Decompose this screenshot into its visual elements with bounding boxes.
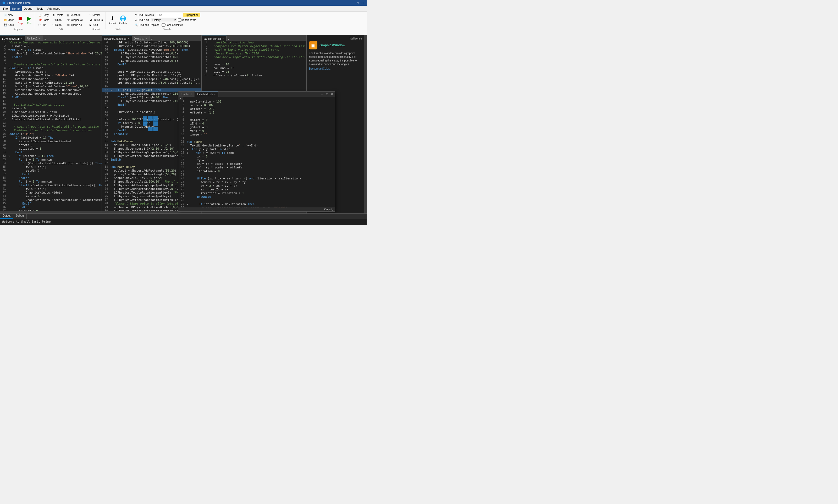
floating-titlebar[interactable]: Untitled1 IncludeMB.sb ✕ ─ □ ✕	[178, 92, 335, 97]
find-section: ⬆ Find Previous Highlight All ⬇ Find Nex…	[132, 12, 202, 28]
tab-joints-close[interactable]: ✕	[146, 37, 148, 40]
editor-content-1[interactable]: 1'Create the main window with buttons to…	[0, 41, 102, 211]
program-label: Program	[3, 28, 33, 31]
ribbon-group-format: ¶ Format ◀ Previous ▶ Next Format	[87, 12, 106, 29]
open-button[interactable]: 📂 Open	[3, 18, 15, 22]
tab-bar-2-arrow[interactable]: ▼	[150, 38, 154, 41]
copy-button[interactable]: 📋 Copy	[37, 13, 51, 17]
floating-tab-untitled1[interactable]: Untitled1	[179, 92, 194, 97]
intellisense-title: GraphicsWindow	[320, 43, 345, 47]
drag-cell-4	[143, 121, 148, 126]
tab-carlane[interactable]: carLaneChange.sb ✕	[102, 36, 132, 41]
drag-cell-8	[148, 127, 153, 131]
format-buttons: ¶ Format ◀ Previous ▶ Next	[88, 12, 104, 28]
tab-bar-1: LDWindows.sb ✕ Untitled2 ✕ ▼	[0, 35, 102, 41]
delete-icon: 🗑	[52, 14, 55, 17]
tab-parallelsort[interactable]: parallel-sort.sb ✕	[202, 36, 226, 41]
floating-editor-content[interactable]: 1 maxIteration = 100 2 scale = 0.006 3 o…	[178, 100, 335, 209]
run-button[interactable]: ▶ Run	[25, 13, 33, 27]
tab-bar-1-arrow[interactable]: ▼	[43, 38, 47, 41]
close-button[interactable]: ✕	[360, 1, 364, 5]
floating-minimize[interactable]: ─	[320, 92, 324, 96]
find-next-button[interactable]: ⬇ Find Next	[134, 18, 150, 22]
tab-untitled2-label: Untitled2	[27, 37, 37, 40]
format-icon: ¶	[89, 14, 91, 17]
intellisense-more-link[interactable]: BackgroundColor...	[309, 67, 362, 70]
history-dropdown[interactable]: History	[151, 18, 177, 22]
ribbon-content: 📄 New 📂 Open 💾 Save ⏹ Stop	[0, 12, 366, 29]
ribbon-group-search: ⬆ Find Previous Highlight All ⬇ Find Nex…	[131, 12, 203, 29]
output-tab-debug[interactable]: Debug	[13, 214, 27, 219]
floating-tab-arrow[interactable]: ▼	[178, 97, 183, 100]
menu-debug[interactable]: Debug	[22, 6, 34, 11]
publish-button[interactable]: 🌐 Publish	[118, 13, 128, 27]
drag-cell-9	[153, 127, 158, 131]
find-replace-button[interactable]: 🔍 Find and Replace	[134, 22, 160, 27]
maximize-button[interactable]: □	[356, 1, 360, 5]
tab-untitled2[interactable]: Untitled2 ✕	[25, 36, 43, 41]
intellisense-header: ▣ GraphicsWindow	[309, 41, 362, 50]
tab-untitled2-close[interactable]: ✕	[38, 37, 40, 40]
tab-carlane-close[interactable]: ✕	[127, 37, 130, 40]
previous-icon: ◀	[89, 19, 92, 21]
drag-cell-1	[143, 116, 148, 121]
drag-cell-7	[143, 127, 148, 131]
previous-button[interactable]: ◀ Previous	[88, 18, 104, 22]
drag-cell-2	[148, 116, 153, 121]
format-button[interactable]: ¶ Format	[88, 13, 104, 17]
menu-home[interactable]: Home	[10, 6, 22, 11]
intellisense-text: The GraphicsWindow provides graphics rel…	[309, 52, 362, 66]
scrollbar-h-1[interactable]	[0, 211, 102, 213]
floating-tab-close[interactable]: ✕	[214, 93, 216, 96]
floating-maximize[interactable]: □	[325, 92, 329, 96]
select-all-icon: ▦	[67, 14, 69, 17]
undo-button[interactable]: ↩ Undo	[51, 18, 65, 22]
drag-icon-overlay	[143, 116, 158, 131]
stop-button[interactable]: ⏹ Stop	[16, 13, 24, 27]
expand-all-button[interactable]: ⊞ Expand All	[65, 22, 84, 27]
new-button[interactable]: 📄 New	[3, 13, 15, 17]
tab-parallelsort-close[interactable]: ✕	[222, 37, 224, 40]
delete-button[interactable]: 🗑 Delete	[51, 13, 65, 17]
title-bar-left: 🔷 Small Basic Prime	[2, 1, 31, 5]
edit-label: Edit	[37, 28, 84, 31]
menu-tools[interactable]: Tools	[35, 6, 46, 11]
find-row-3: 🔍 Find and Replace Case Sensitive	[134, 22, 200, 27]
graphics-window-icon: ▣	[309, 41, 318, 50]
find-input[interactable]	[156, 13, 182, 17]
import-button[interactable]: ⬇ Import	[108, 13, 117, 27]
undo-icon: ↩	[52, 19, 54, 21]
floating-output-bar: Output,	[178, 208, 335, 211]
tab-ldwindows[interactable]: LDWindows.sb ✕	[0, 36, 25, 41]
minimize-button[interactable]: ─	[351, 1, 355, 5]
collapse-icon: ⊟	[67, 19, 69, 21]
ribbon-group-program: 📄 New 📂 Open 💾 Save ⏹ Stop	[1, 12, 35, 29]
tab-joints[interactable]: Joints.sb ✕	[132, 36, 150, 41]
select-all-button[interactable]: ▦ Select All	[65, 13, 84, 17]
collapse-all-button[interactable]: ⊟ Collapse All	[65, 18, 84, 22]
save-button[interactable]: 💾 Save	[3, 22, 15, 27]
ribbon-group-web: ⬇ Import 🌐 Publish Web	[106, 12, 130, 29]
redo-button[interactable]: ↪ Redo	[51, 22, 65, 27]
paste-button[interactable]: 📌 Paste	[37, 18, 51, 22]
next-button[interactable]: ▶ Next	[88, 22, 104, 27]
whole-word-check[interactable]: Whole Word	[178, 18, 196, 22]
menu-file[interactable]: File	[1, 6, 10, 11]
highlight-all-button[interactable]: Highlight All	[183, 13, 200, 17]
scrollbar-h-3[interactable]	[202, 211, 306, 213]
output-tab-output[interactable]: Output	[0, 214, 13, 219]
floating-close[interactable]: ✕	[330, 92, 334, 96]
format-col: ¶ Format ◀ Previous ▶ Next	[88, 13, 104, 27]
cut-button[interactable]: ✂ Cut	[37, 22, 51, 27]
tab-bar-3-arrow[interactable]: ▼	[226, 38, 231, 41]
floating-tab-includemb[interactable]: IncludeMB.sb ✕	[195, 92, 218, 97]
scrollbar-h-2[interactable]	[102, 211, 201, 213]
cut-icon: ✂	[38, 23, 40, 26]
output-tabs: Output Debug	[0, 214, 366, 219]
web-label: Web	[108, 28, 128, 31]
import-icon: ⬇	[110, 15, 115, 21]
find-previous-button[interactable]: ⬆ Find Previous	[134, 13, 155, 17]
case-sensitive-check[interactable]: Case Sensitive	[161, 23, 183, 27]
tab-ldwindows-close[interactable]: ✕	[21, 37, 23, 40]
menu-advanced[interactable]: Advanced	[45, 6, 62, 11]
